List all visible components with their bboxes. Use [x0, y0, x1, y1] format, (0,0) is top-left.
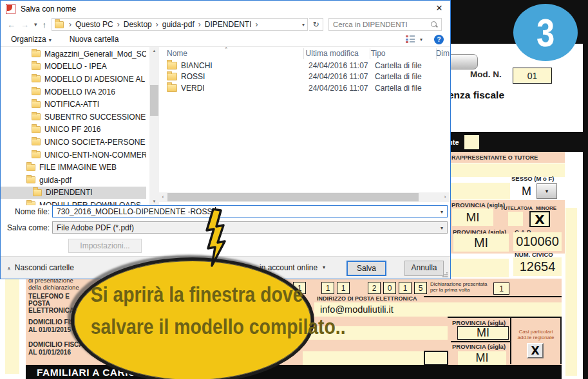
scroll-left-icon[interactable]: ‹ [158, 192, 167, 202]
annulla-button[interactable]: Annulla [404, 261, 444, 276]
sidebar-item[interactable]: MODELLO DI ADESIONE AL REGIME [1, 73, 146, 86]
sidebar-item[interactable]: UNICO-ENTI-NON-COMMERCIALI [1, 149, 146, 162]
view-chevron-icon[interactable]: ▾ [420, 37, 422, 42]
sidebar-item[interactable]: Magazzini_Generali_Mod_SCIA [1, 48, 146, 60]
breadcrumb-questo-pc[interactable]: Questo PC [75, 20, 113, 29]
date-digit-box[interactable]: 1 [321, 282, 334, 294]
filename-input[interactable]: 730_2016_MODELLO-DIPENDENTE -ROSSI ▾ [52, 205, 448, 217]
cognome-field[interactable] [449, 183, 510, 199]
sidebar-item[interactable]: MODULI-PER-DOWNLOADS [1, 199, 146, 205]
scroll-down-icon[interactable]: ▼ [149, 199, 159, 203]
form-right-black-edge [583, 0, 588, 379]
hide-folders-toggle[interactable]: ∧Nascondi cartelle [7, 263, 74, 272]
file-list-hscrollbar[interactable]: ‹ › [158, 192, 450, 202]
history-chevron-icon[interactable]: ▾ [34, 21, 37, 28]
chevron-down-icon[interactable]: ▾ [323, 264, 325, 270]
breadcrumb-dipendenti[interactable]: DIPENDENTI [205, 20, 252, 29]
casi-particolari-checkbox[interactable]: X [527, 343, 544, 358]
pdf-app-icon [6, 4, 15, 14]
provincia-field-4[interactable]: MI [458, 351, 506, 365]
column-header-ultima-modifica[interactable]: Ultima modifica [301, 49, 366, 58]
column-header-tipo[interactable]: Tipo [366, 49, 431, 58]
sidebar-item[interactable]: NOTIFICA-ATTI [1, 98, 146, 111]
savetype-select[interactable]: File Adobe PDF (*.pdf) ▾ [52, 221, 448, 234]
organizza-menu[interactable]: Organizza▾ [11, 35, 52, 44]
dialog-titlebar[interactable]: Salva con nome ✕ [1, 1, 450, 17]
address-bar[interactable]: › Questo PC › Desktop › guida-pdf › DIPE… [52, 18, 308, 31]
file-modified: 24/04/2016 11:07 [303, 72, 370, 81]
scrollbar-thumb[interactable] [150, 85, 158, 116]
folder-icon [32, 75, 41, 82]
address-chevron-icon[interactable]: ▾ [302, 22, 305, 28]
provincia-field-2[interactable]: MI [453, 234, 509, 252]
sidebar-item[interactable]: UNICO PF 2016 [1, 124, 146, 136]
file-row-bianchi[interactable]: BIANCHI 24/04/2016 11:07 Cartella di fil… [163, 60, 450, 71]
salva-button[interactable]: Salva [346, 261, 386, 276]
date-digit-box[interactable]: 2 [368, 282, 381, 294]
chevron-down-icon[interactable]: ▾ [441, 209, 443, 215]
sidebar-item[interactable]: guida-pdf [1, 174, 146, 187]
date-digit-box[interactable]: 0 [383, 282, 396, 294]
sesso-dropdown[interactable]: ▾ [536, 183, 557, 199]
chevron-up-icon: ∧ [7, 266, 11, 272]
sidebar-item-dipendenti-selected[interactable]: DIPENDENTI [1, 187, 146, 199]
scrollbar-thumb[interactable] [167, 193, 419, 201]
mod-n-field[interactable]: 01 [513, 68, 552, 84]
date-digit-box[interactable]: 5 [414, 282, 427, 294]
column-header-nome[interactable]: Nome [163, 49, 301, 58]
email-field[interactable]: info@moduliutili.it [314, 302, 562, 317]
mod-n-label: Mod. N. [470, 69, 502, 79]
tutelato-checkbox[interactable] [508, 212, 523, 226]
close-icon[interactable]: ✕ [430, 1, 449, 16]
cap-field[interactable]: 010060 [513, 232, 562, 251]
folder-icon [32, 88, 41, 95]
scroll-right-icon[interactable]: › [441, 192, 450, 202]
file-row-verdi[interactable]: VERDI 24/04/2016 11:07 Cartella di file [163, 82, 450, 94]
divider-line [510, 317, 511, 364]
contribuente-checkbox[interactable] [464, 135, 479, 149]
nuova-cartella-button[interactable]: Nuova cartella [70, 35, 119, 44]
view-mode-icon[interactable] [406, 35, 415, 43]
sidebar-item[interactable]: MODELLO - IPEA [1, 60, 146, 73]
sidebar-item[interactable]: SUBENTRO SUCCESSIONE [1, 111, 146, 124]
breadcrumb-guida-pdf[interactable]: guida-pdf [162, 20, 194, 29]
date-digit-box[interactable]: 1 [337, 282, 350, 294]
scroll-up-icon[interactable]: ▲ [149, 49, 159, 53]
file-name: VERDI [181, 84, 205, 93]
search-input[interactable]: Cerca in DIPENDENTI [328, 18, 442, 31]
indirizzo-field[interactable] [449, 259, 509, 277]
email-label: INDIRIZZO DI POSTA ELETTRONICA [317, 295, 417, 302]
num-civico-field[interactable]: 12654 [513, 257, 562, 276]
folder-icon [26, 164, 35, 171]
form-heading-fragment: enza fiscale [448, 89, 504, 101]
provincia-field-1[interactable]: MI [452, 208, 493, 226]
minore-checkbox[interactable]: X [529, 211, 550, 227]
help-icon[interactable]: ? [434, 35, 444, 44]
sidebar-item[interactable]: UNICO SOCIETA-PERSONE [1, 136, 146, 149]
dich-presentata-field[interactable]: 1 [493, 282, 509, 295]
impostazioni-button[interactable]: Impostazioni... [68, 239, 142, 253]
folder-icon [32, 138, 41, 145]
fusione-comuni-checkbox[interactable] [424, 351, 448, 365]
resize-grip[interactable] [442, 272, 448, 277]
chevron-down-icon[interactable]: ▾ [441, 225, 443, 231]
column-header-dim[interactable]: Dim [431, 49, 450, 58]
sidebar-scrollbar[interactable]: ▲ ▼ [149, 47, 159, 205]
breadcrumb-desktop[interactable]: Desktop [124, 20, 152, 29]
sidebar-item-label: MODELLO DI ADESIONE AL REGIME [44, 75, 146, 84]
sidebar-item[interactable]: MODELLO IVA 2016 [1, 86, 146, 98]
provincia-value-3: MI [477, 326, 489, 340]
sidebar-item-label: MODELLO - IPEA [44, 62, 107, 71]
telefono-line1: TELEFONO E [28, 293, 74, 300]
file-row-rossi[interactable]: ROSSI 24/04/2016 11:07 Cartella di file [163, 71, 450, 83]
date-digit-box[interactable]: 1 [399, 282, 412, 294]
sidebar-item-label: MODULI-PER-DOWNLOADS [39, 201, 141, 205]
dialog-title: Salva con nome [21, 5, 76, 14]
savetype-value: File Adobe PDF (*.pdf) [57, 223, 134, 232]
refresh-icon[interactable]: ↻ [309, 18, 323, 31]
forward-icon[interactable]: → [21, 20, 29, 30]
sidebar-item[interactable]: FILE IMMAGINE WEB [1, 161, 146, 174]
back-icon[interactable]: ← [7, 20, 15, 30]
provincia-field-3[interactable]: MI [457, 326, 509, 340]
up-icon[interactable]: ↑ [43, 20, 47, 30]
